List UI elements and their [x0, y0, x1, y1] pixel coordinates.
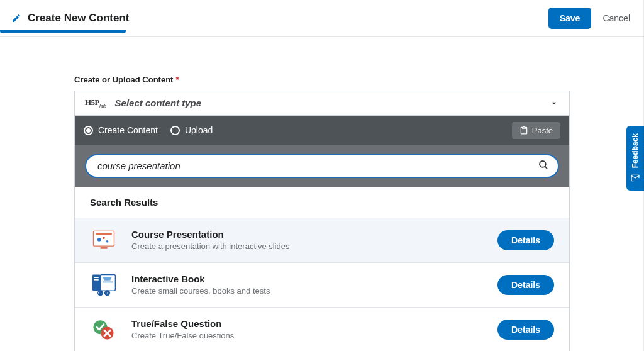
result-text: True/False Question Create True/False qu… [131, 318, 484, 340]
page-title: Create New Content [28, 12, 130, 25]
result-title: True/False Question [131, 318, 484, 329]
section-label: Create or Upload Content* [74, 75, 570, 84]
hub-toolbar: Create Content Upload Paste [75, 116, 569, 145]
header-actions: Save Cancel [548, 8, 630, 29]
section-label-text: Create or Upload Content [74, 75, 173, 84]
result-text: Interactive Book Create small courses, b… [131, 274, 484, 296]
svg-rect-7 [101, 247, 108, 249]
feedback-label: Feedback [631, 133, 640, 168]
details-button[interactable]: Details [497, 230, 554, 250]
details-button[interactable]: Details [497, 320, 554, 340]
svg-rect-9 [94, 277, 98, 278]
active-tab-indicator [0, 30, 126, 33]
result-text: Course Presentation Create a presentatio… [131, 229, 484, 251]
radio-checked-icon [84, 126, 93, 135]
interactive-book-icon [90, 272, 118, 298]
result-row-interactive-book[interactable]: Interactive Book Create small courses, b… [75, 263, 569, 308]
result-row-course-presentation[interactable]: Course Presentation Create a presentatio… [75, 218, 569, 263]
details-button[interactable]: Details [497, 275, 554, 295]
svg-rect-10 [94, 279, 98, 280]
hub-select-header[interactable]: H5Phub Select content type [75, 91, 569, 116]
result-title: Course Presentation [131, 229, 484, 240]
search-row [75, 145, 569, 187]
feedback-icon [630, 173, 640, 183]
h5p-logo: H5Phub [85, 98, 106, 109]
results-heading: Search Results [75, 187, 569, 218]
radio-upload[interactable]: Upload [170, 125, 213, 135]
search-submit[interactable] [538, 159, 549, 173]
search-icon [538, 159, 549, 170]
paste-label: Paste [532, 126, 553, 135]
search-wrap [85, 154, 559, 178]
hub-header-left: H5Phub Select content type [85, 98, 201, 109]
pencil-icon [11, 13, 21, 23]
h5p-logo-sub: hub [99, 103, 106, 109]
course-presentation-icon [90, 227, 118, 254]
search-input[interactable] [97, 160, 530, 171]
cancel-button[interactable]: Cancel [602, 13, 630, 23]
svg-point-5 [103, 237, 105, 239]
header-left: Create New Content [11, 12, 130, 25]
radio-create-content[interactable]: Create Content [84, 125, 158, 135]
svg-rect-3 [96, 233, 112, 235]
h5p-logo-main: H5P [85, 98, 99, 107]
clipboard-icon [519, 126, 528, 135]
result-row-true-false[interactable]: True/False Question Create True/False qu… [75, 308, 569, 351]
true-false-icon [90, 316, 118, 343]
main-content: Create or Upload Content* H5Phub Select … [0, 37, 644, 351]
svg-point-6 [106, 240, 109, 243]
result-desc: Create True/False questions [131, 331, 484, 340]
svg-rect-13 [103, 281, 113, 282]
chevron-down-icon[interactable] [549, 98, 559, 108]
result-title: Interactive Book [131, 274, 484, 284]
svg-line-1 [545, 166, 547, 169]
save-button[interactable]: Save [548, 8, 592, 29]
radio-create-label: Create Content [98, 125, 158, 135]
hub-select-label: Select content type [115, 98, 202, 108]
result-desc: Create a presentation with interactive s… [131, 242, 484, 251]
radio-upload-label: Upload [185, 125, 213, 135]
paste-button[interactable]: Paste [512, 122, 560, 139]
svg-point-4 [97, 238, 101, 242]
hub-mode-radios: Create Content Upload [84, 125, 213, 135]
required-asterisk: * [175, 75, 179, 84]
radio-unchecked-icon [170, 126, 180, 135]
content-type-hub: H5Phub Select content type Create Conten… [74, 91, 570, 351]
result-desc: Create small courses, books and tests [131, 286, 484, 296]
svg-point-0 [540, 161, 546, 167]
feedback-tab[interactable]: Feedback [626, 126, 644, 191]
